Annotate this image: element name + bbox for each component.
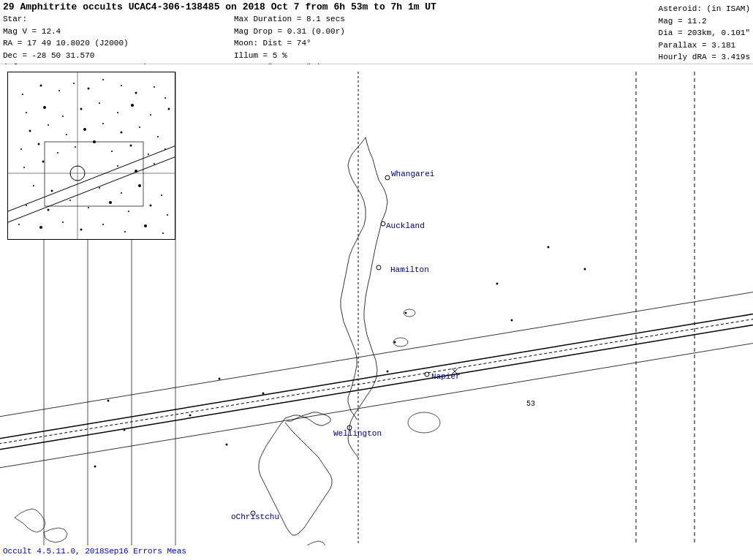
svg-point-15 [385, 175, 390, 180]
svg-point-93 [150, 205, 152, 207]
svg-point-82 [51, 190, 53, 192]
city-label-hamilton: Hamilton [390, 265, 429, 274]
svg-point-12 [408, 412, 440, 433]
footer: Occult 4.5.11.0, 2018Sep16 Errors Meas [0, 545, 753, 560]
svg-point-47 [26, 112, 27, 113]
svg-point-43 [121, 85, 122, 86]
svg-point-91 [109, 201, 112, 204]
hourly-dra: Hourly dRA = 3.419s [659, 53, 750, 61]
svg-point-95 [18, 224, 20, 225]
svg-point-69 [111, 151, 113, 152]
city-label-christchurch: oChristchu [231, 512, 279, 521]
svg-point-77 [42, 161, 45, 163]
asteroid-dia: Dia = 203km, 0.101" [659, 29, 750, 37]
svg-point-27 [394, 341, 396, 344]
svg-point-40 [73, 83, 75, 84]
svg-point-17 [376, 265, 381, 270]
svg-point-76 [23, 167, 25, 168]
svg-point-97 [62, 222, 64, 223]
city-label-napier: Napier [431, 372, 461, 381]
dec: Dec = -28 50 31.570 [3, 51, 94, 60]
svg-point-32 [189, 415, 192, 417]
svg-point-45 [154, 86, 155, 88]
svg-point-92 [128, 211, 129, 212]
footer-text: Occult 4.5.11.0, 2018Sep16 Errors Meas [3, 547, 186, 556]
mag-drop-label: Mag Drop = [234, 27, 282, 36]
svg-point-23 [219, 378, 221, 380]
mag-v: Mag V = 12.4 [3, 27, 61, 36]
asteroid-mag: Mag = 11.2 [659, 17, 707, 26]
svg-point-83 [99, 187, 100, 189]
svg-point-65 [38, 143, 40, 145]
svg-point-41 [88, 88, 90, 90]
svg-point-102 [162, 232, 164, 234]
svg-point-86 [161, 194, 162, 196]
svg-point-48 [43, 106, 46, 109]
illum-label: Illum = [234, 51, 268, 60]
moon-dist-label: Moon: Dist = [234, 39, 292, 48]
page-title: 29 Amphitrite occults UCAC4-306-138485 o… [3, 1, 750, 12]
svg-point-53 [131, 104, 134, 107]
svg-point-88 [48, 209, 50, 211]
svg-point-30 [124, 429, 126, 431]
svg-point-55 [168, 108, 170, 110]
svg-point-49 [62, 116, 64, 117]
svg-point-37 [22, 94, 23, 95]
svg-line-104 [8, 156, 175, 222]
svg-point-35 [548, 246, 550, 249]
svg-point-33 [496, 283, 499, 285]
star-chart-inner [8, 72, 175, 239]
svg-line-4 [0, 335, 753, 474]
svg-point-25 [226, 444, 228, 446]
svg-point-26 [387, 371, 389, 373]
svg-point-67 [75, 146, 76, 148]
svg-point-80 [154, 163, 155, 164]
svg-point-84 [121, 192, 122, 194]
svg-point-46 [164, 97, 166, 99]
city-label-wellington: Wellington [333, 429, 382, 438]
svg-point-66 [57, 152, 58, 154]
svg-point-98 [80, 229, 83, 231]
svg-point-50 [80, 108, 83, 110]
svg-point-60 [102, 123, 104, 124]
svg-point-70 [130, 145, 132, 147]
svg-point-51 [99, 102, 100, 104]
svg-point-36 [584, 268, 586, 270]
max-duration-val: 8.1 secs [306, 15, 345, 23]
star-chart [7, 72, 175, 240]
header: 29 Amphitrite occults UCAC4-306-138485 o… [0, 0, 753, 64]
ra: RA = 17 49 10.8020 (J2000) [3, 39, 129, 48]
svg-point-101 [144, 224, 147, 227]
svg-rect-105 [45, 142, 143, 206]
svg-point-39 [58, 90, 60, 91]
svg-point-42 [102, 79, 104, 80]
svg-point-34 [511, 319, 513, 322]
svg-point-71 [148, 154, 149, 155]
svg-point-38 [40, 85, 42, 87]
line-label-53: 53 [526, 400, 535, 408]
mag-drop-val: 0.31 (0.00r) [287, 27, 345, 36]
city-label-whangarei: Whangarei [391, 170, 435, 178]
svg-point-29 [107, 400, 110, 402]
svg-point-85 [138, 184, 141, 187]
svg-point-100 [124, 231, 126, 232]
svg-point-81 [33, 185, 34, 186]
svg-point-89 [69, 200, 71, 201]
svg-point-96 [39, 226, 42, 229]
moon-dist-val: 74° [297, 39, 311, 48]
asteroid-parallax: Parallax = 3.181 [659, 41, 736, 50]
svg-point-31 [94, 466, 97, 468]
svg-point-99 [102, 224, 104, 225]
svg-point-87 [26, 205, 27, 206]
svg-line-103 [8, 145, 175, 211]
asteroid-label: Asteroid: (in ISAM) [659, 4, 750, 13]
svg-point-78 [117, 165, 118, 167]
svg-point-61 [121, 132, 123, 134]
svg-point-52 [117, 112, 118, 113]
svg-point-16 [381, 222, 385, 226]
svg-point-24 [262, 393, 265, 395]
svg-point-54 [150, 114, 151, 116]
svg-point-90 [88, 207, 89, 208]
svg-point-59 [83, 128, 86, 131]
svg-point-64 [20, 148, 22, 150]
